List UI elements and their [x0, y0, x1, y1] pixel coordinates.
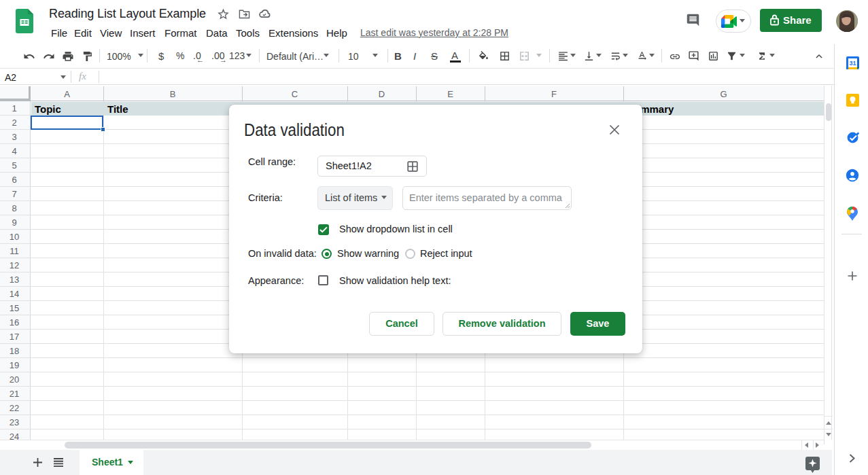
- svg-text:31: 31: [849, 60, 856, 67]
